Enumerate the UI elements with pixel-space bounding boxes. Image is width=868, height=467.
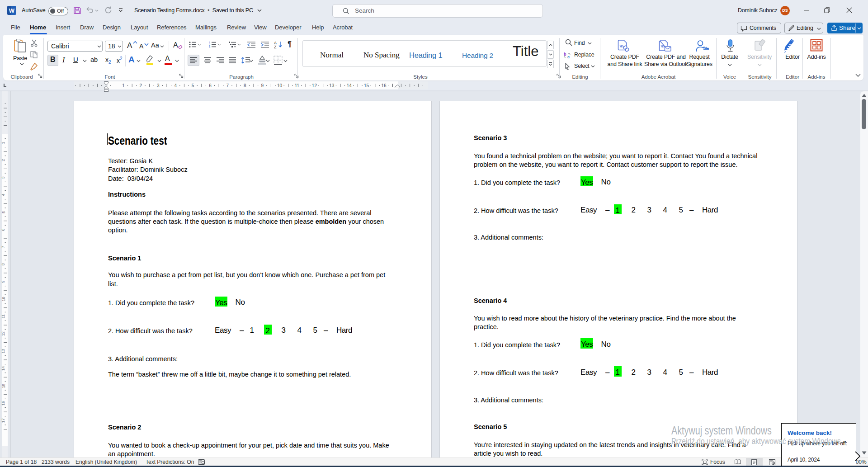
svg-text:6: 6 (1, 228, 6, 231)
svg-text:14: 14 (1, 366, 6, 371)
svg-text:4: 4 (1, 194, 6, 196)
svg-text:13: 13 (329, 83, 335, 88)
svg-text:5: 5 (192, 83, 194, 88)
svg-text:Z: Z (274, 45, 277, 48)
svg-text:16: 16 (381, 83, 387, 88)
svg-text:10: 10 (1, 297, 6, 301)
svg-text:10: 10 (277, 83, 283, 88)
svg-text:17: 17 (1, 418, 6, 423)
svg-text:2: 2 (1, 159, 6, 161)
svg-text:8: 8 (244, 83, 246, 88)
svg-text:9: 9 (261, 83, 264, 88)
svg-text:c: c (567, 55, 570, 59)
svg-text:3: 3 (157, 83, 160, 88)
svg-text:13: 13 (1, 349, 6, 354)
svg-text:11: 11 (1, 314, 6, 318)
svg-text:9: 9 (1, 281, 6, 283)
svg-text:7: 7 (1, 246, 6, 248)
svg-text:12: 12 (312, 83, 317, 88)
svg-text:1: 1 (1, 142, 6, 144)
svg-text:5: 5 (1, 211, 6, 213)
svg-text:15: 15 (1, 383, 6, 388)
svg-text:15: 15 (364, 83, 369, 88)
svg-text:11: 11 (295, 83, 300, 88)
svg-text:6: 6 (209, 83, 212, 88)
svg-text:3: 3 (1, 176, 6, 179)
svg-text:14: 14 (347, 83, 352, 88)
svg-text:8: 8 (1, 263, 6, 265)
svg-text:7: 7 (226, 83, 229, 88)
svg-text:4: 4 (174, 83, 177, 88)
svg-text:W: W (9, 7, 15, 14)
svg-text:1: 1 (122, 83, 125, 88)
svg-text:12: 12 (1, 331, 6, 336)
svg-text:2: 2 (140, 83, 142, 88)
svg-text:3: 3 (209, 46, 210, 48)
svg-text:16: 16 (1, 401, 6, 406)
